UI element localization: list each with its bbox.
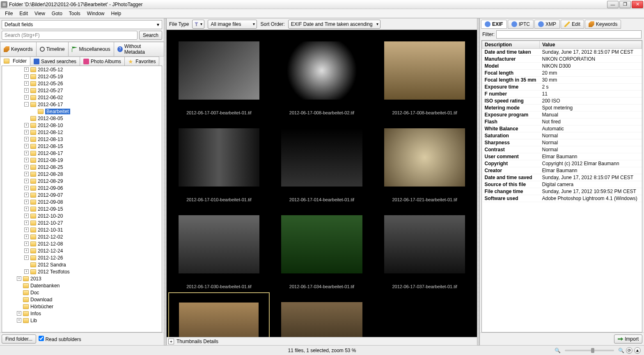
- tree-node[interactable]: Hörbücher: [2, 303, 162, 310]
- find-folder-button[interactable]: Find folder...: [2, 335, 36, 344]
- menu-window[interactable]: Window: [84, 10, 108, 17]
- tree-node[interactable]: 2012-08-05: [2, 115, 162, 122]
- menu-edit[interactable]: Edit: [16, 10, 31, 17]
- metadata-tab-keywords[interactable]: Keywords: [585, 20, 621, 29]
- expand-icon[interactable]: +: [17, 318, 21, 323]
- search-input[interactable]: [2, 31, 138, 40]
- tree-node[interactable]: +2012-08-15: [2, 143, 162, 150]
- expand-icon[interactable]: +: [24, 95, 29, 100]
- metadata-row[interactable]: Date and time takenSunday, June 17, 2012…: [482, 49, 642, 56]
- tree-node[interactable]: +2012-05-12: [2, 66, 162, 73]
- tree-node[interactable]: +2012-06-02: [2, 94, 162, 101]
- expand-icon[interactable]: +: [24, 193, 29, 197]
- thumbnail[interactable]: 2012-06-17-040-bearbeitet-01.tif: [168, 292, 270, 337]
- tree-node[interactable]: +2012-05-26: [2, 80, 162, 87]
- tree-node[interactable]: +2012-08-13: [2, 136, 162, 143]
- expand-icon[interactable]: +: [24, 207, 29, 211]
- zoom-slider[interactable]: [565, 350, 614, 351]
- expand-icon[interactable]: +: [24, 130, 29, 134]
- expand-icon[interactable]: +: [24, 165, 29, 169]
- thumbnail[interactable]: 2012-06-17-008-bearbeitet-02.tif: [271, 32, 373, 117]
- filetype-filter-button[interactable]: [192, 20, 204, 29]
- expand-icon[interactable]: +: [24, 221, 29, 225]
- expand-icon[interactable]: +: [24, 158, 29, 162]
- tab-keywords[interactable]: Keywords: [0, 42, 37, 56]
- filetype-dropdown[interactable]: All image files: [208, 20, 257, 29]
- metadata-tab-iptc[interactable]: IPTC: [508, 20, 534, 29]
- metadata-row[interactable]: Source of this fileDigital camera: [482, 181, 642, 188]
- expand-icon[interactable]: +: [24, 200, 29, 204]
- zoom-out-icon[interactable]: 🔍: [555, 348, 561, 353]
- metadata-row[interactable]: CreatorElmar Baumann: [482, 167, 642, 174]
- tree-node[interactable]: +2012-09-08: [2, 198, 162, 205]
- folder-tree[interactable]: +2012-05-12+2012-05-19+2012-05-26+2012-0…: [2, 66, 162, 332]
- tree-node[interactable]: +2012-08-17: [2, 150, 162, 157]
- tab-favorites[interactable]: ★Favorites: [124, 57, 159, 66]
- tree-node[interactable]: Datenbanken: [2, 282, 162, 289]
- expand-icon[interactable]: +: [24, 144, 29, 148]
- metadata-row[interactable]: Exposure time2 s: [482, 84, 642, 91]
- menu-view[interactable]: View: [31, 10, 48, 17]
- maximize-button[interactable]: ❐: [619, 1, 631, 8]
- metadata-row[interactable]: File change timeSunday, June 17, 2012 10…: [482, 188, 642, 195]
- metadata-row[interactable]: White BalanceAutomatic: [482, 125, 642, 132]
- tree-node[interactable]: +2012 Testfotos: [2, 268, 162, 275]
- menu-file[interactable]: File: [2, 10, 16, 17]
- thumbnail[interactable]: 2012-06-17-008-bearbeitet-01.tif: [374, 32, 475, 117]
- expand-icon[interactable]: +: [24, 151, 29, 155]
- tree-node[interactable]: +2013: [2, 275, 162, 282]
- expand-icon[interactable]: +: [24, 241, 29, 246]
- expand-icon[interactable]: +: [24, 186, 29, 190]
- tab-miscellaneous[interactable]: Miscellaneous: [68, 42, 114, 56]
- metadata-row[interactable]: Focal length20 mm: [482, 70, 642, 77]
- expand-icon[interactable]: +: [24, 234, 29, 239]
- tree-node[interactable]: +Lib: [2, 317, 162, 324]
- thumbnail[interactable]: 2012-06-17-014-bearbeitet-01.tif: [271, 118, 373, 204]
- expand-icon[interactable]: +: [24, 228, 29, 232]
- metadata-row[interactable]: FlashNot fired: [482, 118, 642, 125]
- thumbnail[interactable]: 2012-06-17-037-bearbeitet-01.tif: [374, 205, 475, 291]
- metadata-tab-exif[interactable]: EXIF: [481, 20, 507, 29]
- metadata-row[interactable]: SaturationNormal: [482, 132, 642, 139]
- metadata-row[interactable]: Software usedAdobe Photoshop Lightroom 4…: [482, 195, 642, 202]
- metadata-row[interactable]: ContrastNormal: [482, 146, 642, 153]
- tree-node[interactable]: +2012-08-10: [2, 122, 162, 129]
- tree-node[interactable]: +2012-10-20: [2, 212, 162, 219]
- thumbnail[interactable]: 2012-06-17-030-bearbeitet-01.tif: [168, 205, 270, 291]
- expand-icon[interactable]: +: [24, 269, 29, 274]
- fields-dropdown[interactable]: Default fields ▾: [2, 20, 162, 29]
- metadata-row[interactable]: Focal length in 35 mm30 mm: [482, 77, 642, 84]
- tree-node[interactable]: 2012 Sandra: [2, 261, 162, 268]
- menu-help[interactable]: Help: [108, 10, 125, 17]
- expand-icon[interactable]: -: [24, 102, 29, 107]
- thumbnail[interactable]: 2012-06-17-043-bearbeitet-01.tif: [271, 292, 373, 337]
- expand-icon[interactable]: +: [24, 88, 29, 93]
- tree-node[interactable]: +2012-09-07: [2, 191, 162, 198]
- metadata-table[interactable]: Description Value Date and time takenSun…: [481, 40, 642, 332]
- tree-node[interactable]: +2012-09-06: [2, 184, 162, 191]
- expand-icon[interactable]: +: [24, 81, 29, 86]
- tree-node[interactable]: +2012-05-27: [2, 87, 162, 94]
- tree-node[interactable]: Download: [2, 296, 162, 303]
- expand-icon[interactable]: +: [24, 172, 29, 176]
- col-value[interactable]: Value: [540, 41, 642, 49]
- expand-icon[interactable]: +: [24, 214, 29, 218]
- metadata-row[interactable]: F number11: [482, 91, 642, 98]
- metadata-row[interactable]: Metering modeSpot metering: [482, 105, 642, 112]
- menu-goto[interactable]: Goto: [48, 10, 66, 17]
- tree-node[interactable]: -2012-06-17: [2, 101, 162, 108]
- tree-node[interactable]: +2012-10-31: [2, 226, 162, 233]
- expand-icon[interactable]: +: [17, 276, 21, 281]
- col-description[interactable]: Description: [482, 41, 540, 49]
- metadata-row[interactable]: CopyrightCopyright (c) 2012 Elmar Bauman…: [482, 160, 642, 167]
- thumbnail-grid[interactable]: 2012-06-17-007-bearbeitet-01.tif2012-06-…: [167, 30, 477, 337]
- metadata-row[interactable]: ISO speed rating200 ISO: [482, 98, 642, 105]
- tab-photo-albums[interactable]: Photo Albums: [80, 57, 125, 66]
- sort-dropdown[interactable]: EXIF Date and Time taken ascending: [288, 20, 380, 29]
- tree-node[interactable]: +2012-09-15: [2, 205, 162, 212]
- read-subfolders-checkbox[interactable]: [39, 336, 44, 341]
- expand-icon[interactable]: +: [24, 74, 29, 79]
- expand-icon[interactable]: +: [24, 179, 29, 183]
- expand-icon[interactable]: +: [24, 123, 29, 127]
- tree-node[interactable]: +2012-08-25: [2, 164, 162, 171]
